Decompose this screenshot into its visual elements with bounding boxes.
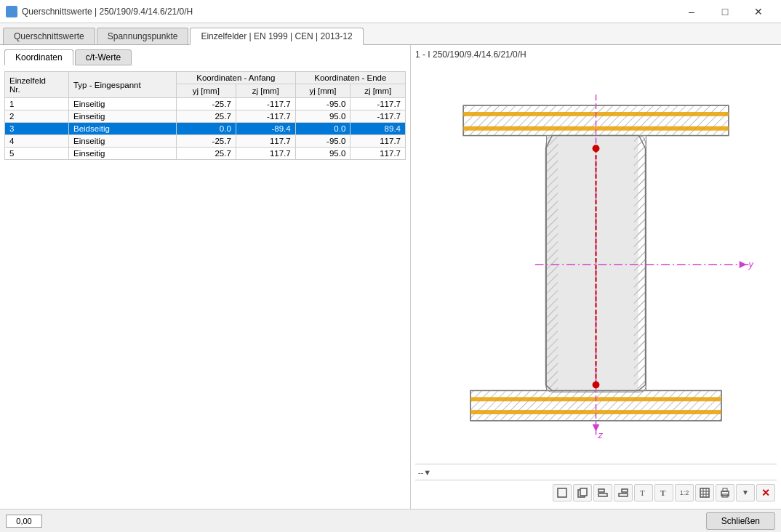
bottom-bar: 0,00 Schließen — [0, 509, 781, 532]
close-button[interactable]: ✕ — [742, 0, 775, 23]
minimize-button[interactable]: – — [675, 0, 708, 23]
tab-koordinaten[interactable]: Koordinaten — [4, 49, 73, 65]
tab-querschnittswerte[interactable]: Querschnittswerte — [3, 28, 95, 44]
svg-rect-25 — [598, 489, 604, 492]
toolbar-scale-btn[interactable]: 1:2 — [675, 484, 694, 501]
col-group-anfang: Koordinaten - Anfang — [176, 72, 295, 84]
right-panel: 1 - I 250/190/9.4/14.6/21/0/H — [411, 45, 781, 509]
col-header-typ: Typ - Eingespannt — [68, 72, 176, 98]
toolbar-print-btn[interactable] — [716, 484, 734, 501]
col-header-yj-start: yj [mm] — [176, 84, 236, 98]
dropdown-arrow[interactable]: ▼ — [423, 468, 431, 477]
tab-ct-werte[interactable]: c/t-Werte — [75, 49, 132, 65]
einzelfelder-table: Einzelfeld Nr. Typ - Eingespannt Koordin… — [4, 71, 406, 160]
col-header-zj-end: zj [mm] — [351, 84, 406, 98]
svg-rect-11 — [634, 136, 646, 391]
svg-rect-9 — [546, 136, 638, 391]
table-row[interactable]: 3 Beidseitig 0.0 -89.4 0.0 89.4 — [5, 123, 406, 135]
maximize-button[interactable]: □ — [708, 0, 742, 23]
table-row[interactable]: 1 Einseitig -25.7 -117.7 -95.0 -117.7 — [5, 98, 406, 110]
toolbar-close-btn[interactable]: ✕ — [756, 484, 775, 501]
title-bar: Querschnittswerte | 250/190/9.4/14.6/21/… — [0, 0, 781, 23]
svg-rect-10 — [546, 136, 558, 391]
table-row[interactable]: 5 Einseitig 25.7 117.7 95.0 117.7 — [5, 148, 406, 160]
toolbar-grid-btn[interactable] — [695, 484, 714, 501]
tab-spannungspunkte[interactable]: Spannungspunkte — [97, 28, 189, 44]
ibeam-svg: z y — [415, 63, 777, 464]
main-tab-bar: Querschnittswerte Spannungspunkte Einzel… — [0, 23, 781, 45]
tab-einzelfelder[interactable]: Einzelfelder | EN 1999 | CEN | 2013-12 — [190, 28, 363, 45]
section-title: 1 - I 250/190/9.4/14.6/21/0/H — [415, 49, 777, 60]
status-row: -- ▼ — [415, 464, 777, 480]
toolbar-select-btn[interactable] — [553, 484, 572, 501]
table-row[interactable]: 4 Einseitig -25.7 117.7 -95.0 117.7 — [5, 135, 406, 148]
toolbar-text2-btn[interactable]: T — [654, 484, 673, 501]
svg-marker-17 — [740, 261, 747, 268]
col-group-ende: Koordinaten - Ende — [295, 72, 405, 84]
svg-text:T: T — [660, 488, 666, 497]
ibeam-canvas: z y — [415, 63, 777, 464]
svg-rect-27 — [622, 489, 628, 492]
sub-tab-bar: Koordinaten c/t-Werte — [4, 49, 406, 65]
coord-display: 0,00 — [6, 515, 42, 528]
close-button-bottom[interactable]: Schließen — [706, 512, 775, 530]
toolbar-copy-btn[interactable] — [573, 484, 592, 501]
svg-rect-35 — [700, 488, 709, 497]
col-header-yj-end: yj [mm] — [295, 84, 351, 98]
status-text: -- — [418, 468, 423, 477]
right-toolbar: T T 1:2 ▼ ✕ — [415, 480, 777, 504]
table-row[interactable]: 2 Einseitig 25.7 -117.7 95.0 -117.7 — [5, 110, 406, 123]
col-header-zj-start: zj [mm] — [236, 84, 295, 98]
app-icon — [6, 6, 17, 17]
toolbar-text-btn[interactable]: T — [634, 484, 653, 501]
svg-text:T: T — [640, 488, 645, 497]
svg-rect-24 — [580, 488, 587, 496]
data-table-container: Einzelfeld Nr. Typ - Eingespannt Koordin… — [4, 71, 406, 504]
left-panel: Koordinaten c/t-Werte Einzelfeld Nr. Typ… — [0, 45, 411, 509]
svg-rect-28 — [619, 493, 628, 496]
svg-text:z: z — [597, 430, 603, 441]
content-area: Koordinaten c/t-Werte Einzelfeld Nr. Typ… — [0, 45, 781, 509]
svg-rect-26 — [598, 493, 607, 496]
svg-point-20 — [593, 145, 600, 152]
window-controls: – □ ✕ — [675, 0, 775, 23]
svg-point-21 — [593, 382, 600, 389]
svg-text:y: y — [748, 259, 754, 270]
window-title: Querschnittswerte | 250/190/9.4/14.6/21/… — [22, 7, 670, 17]
svg-rect-22 — [558, 488, 566, 497]
toolbar-align-right-btn[interactable] — [614, 484, 633, 501]
toolbar-align-left-btn[interactable] — [593, 484, 612, 501]
col-header-nr: Einzelfeld Nr. — [5, 72, 69, 98]
toolbar-dropdown-btn[interactable]: ▼ — [736, 484, 755, 501]
